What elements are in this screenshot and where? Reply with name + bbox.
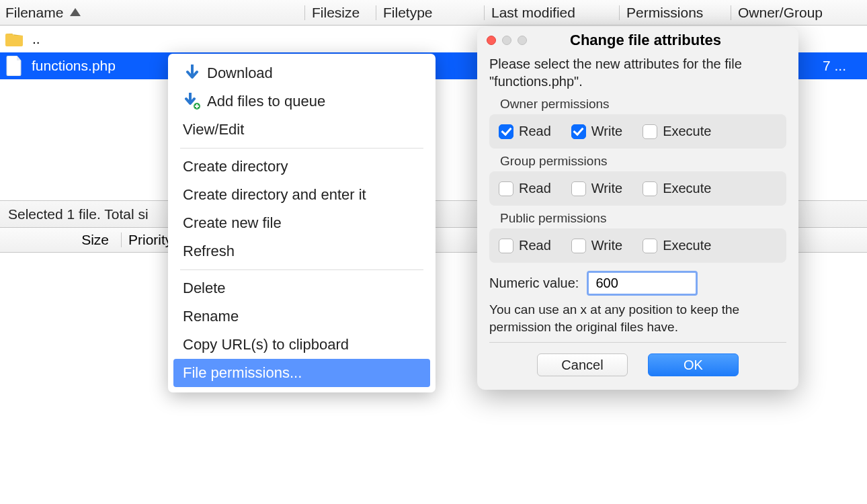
checkbox-label: Read	[519, 181, 551, 196]
menu-delete-label: Delete	[183, 280, 226, 297]
menu-create-dir-enter-label: Create directory and enter it	[183, 186, 366, 204]
checkbox-icon	[499, 239, 513, 253]
checkbox-label: Write	[591, 181, 622, 196]
col-permissions-label: Permissions	[626, 5, 703, 21]
public-permissions-label: Public permissions	[500, 211, 786, 226]
context-menu: Download Add files to queue View/Edit Cr…	[168, 54, 436, 392]
download-arrow-icon	[183, 65, 202, 82]
checkbox-label: Execute	[663, 181, 711, 196]
menu-delete[interactable]: Delete	[173, 274, 430, 302]
checkbox-icon	[571, 124, 586, 139]
menu-view-edit-label: View/Edit	[183, 121, 244, 138]
col-ownergroup-label: Owner/Group	[738, 5, 823, 21]
col-lastmodified-label: Last modified	[491, 5, 575, 21]
numeric-value-input[interactable]	[587, 271, 698, 296]
col-filesize-label: Filesize	[312, 5, 360, 21]
dialog-separator	[489, 342, 786, 343]
menu-refresh-label: Refresh	[183, 243, 235, 260]
col-sep	[619, 5, 620, 20]
checkbox-label: Execute	[663, 124, 711, 139]
file-attributes-dialog: Change file attributes Please select the…	[477, 27, 798, 390]
numeric-value-label: Numeric value:	[489, 276, 579, 291]
group-permissions-group: Read Write Execute	[489, 171, 786, 206]
owner-read-checkbox[interactable]: Read	[499, 124, 551, 139]
public-permissions-group: Read Write Execute	[489, 228, 786, 263]
group-execute-checkbox[interactable]: Execute	[643, 181, 711, 196]
checkbox-icon	[643, 239, 657, 253]
group-read-checkbox[interactable]: Read	[499, 181, 551, 196]
checkbox-icon	[499, 181, 513, 196]
menu-refresh[interactable]: Refresh	[173, 237, 430, 265]
public-write-checkbox[interactable]: Write	[571, 238, 622, 253]
col-sep	[731, 5, 731, 20]
file-icon	[6, 56, 22, 76]
folder-icon	[5, 31, 24, 47]
download-plus-icon	[183, 93, 202, 110]
col-filesize[interactable]: Filesize	[312, 5, 369, 21]
menu-download[interactable]: Download	[173, 59, 430, 87]
checkbox-icon	[499, 124, 513, 139]
col-ownergroup[interactable]: Owner/Group	[738, 5, 867, 21]
menu-create-dir[interactable]: Create directory	[173, 153, 430, 181]
file-list-header: Filename Filesize Filetype Last modified…	[0, 0, 867, 26]
checkbox-icon	[571, 181, 586, 196]
svg-marker-0	[70, 8, 81, 16]
file-row-name: functions.php	[32, 58, 116, 74]
col-filetype-label: Filetype	[383, 5, 433, 21]
menu-rename-label: Rename	[183, 308, 239, 325]
col-queue-priority-label: Priority	[128, 232, 172, 247]
menu-copy-url-label: Copy URL(s) to clipboard	[183, 336, 349, 353]
col-sep	[121, 233, 122, 247]
menu-create-dir-label: Create directory	[183, 158, 288, 175]
group-write-checkbox[interactable]: Write	[571, 181, 622, 196]
col-filename[interactable]: Filename	[5, 5, 298, 21]
cancel-button[interactable]: Cancel	[537, 353, 628, 376]
ok-button-label: OK	[684, 358, 703, 373]
checkbox-label: Execute	[663, 238, 711, 253]
menu-add-queue-label: Add files to queue	[207, 93, 325, 110]
checkbox-icon	[643, 124, 657, 139]
cancel-button-label: Cancel	[561, 358, 603, 373]
col-filetype[interactable]: Filetype	[383, 5, 477, 21]
menu-rename[interactable]: Rename	[173, 302, 430, 331]
col-sep	[484, 5, 485, 20]
parent-dir-label: ..	[32, 31, 40, 47]
public-execute-checkbox[interactable]: Execute	[643, 238, 711, 253]
menu-file-permissions[interactable]: File permissions...	[173, 359, 430, 387]
col-permissions[interactable]: Permissions	[626, 5, 724, 21]
checkbox-label: Write	[591, 124, 622, 139]
checkbox-label: Write	[591, 238, 622, 253]
col-lastmodified[interactable]: Last modified	[491, 5, 612, 21]
sort-asc-icon	[70, 7, 81, 19]
menu-create-file-label: Create new file	[183, 214, 282, 232]
checkbox-label: Read	[519, 124, 551, 139]
dialog-titlebar: Change file attributes	[477, 27, 798, 54]
col-queue-priority[interactable]: Priority	[128, 232, 172, 248]
owner-write-checkbox[interactable]: Write	[571, 124, 622, 139]
owner-execute-checkbox[interactable]: Execute	[643, 124, 711, 139]
col-sep	[304, 5, 305, 20]
menu-add-queue[interactable]: Add files to queue	[173, 87, 430, 116]
owner-permissions-label: Owner permissions	[500, 97, 786, 112]
menu-sep	[180, 269, 423, 270]
menu-sep	[180, 148, 423, 149]
checkbox-icon	[643, 181, 657, 196]
ok-button[interactable]: OK	[648, 353, 739, 376]
col-filename-label: Filename	[5, 5, 63, 21]
file-row-owner: 7 ...	[823, 58, 866, 74]
dialog-lead-text: Please select the new attributes for the…	[489, 55, 786, 90]
col-sep	[376, 5, 376, 20]
menu-download-label: Download	[207, 65, 273, 82]
menu-create-dir-enter[interactable]: Create directory and enter it	[173, 181, 430, 209]
menu-copy-url[interactable]: Copy URL(s) to clipboard	[173, 331, 430, 359]
owner-permissions-group: Read Write Execute	[489, 114, 786, 149]
dialog-note: You can use an x at any position to keep…	[489, 301, 786, 335]
checkbox-label: Read	[519, 238, 551, 253]
col-queue-size[interactable]: Size	[7, 232, 114, 248]
public-read-checkbox[interactable]: Read	[499, 238, 551, 253]
close-icon[interactable]	[487, 36, 496, 45]
dialog-title: Change file attributes	[502, 32, 789, 49]
menu-create-file[interactable]: Create new file	[173, 209, 430, 237]
checkbox-icon	[571, 239, 586, 253]
menu-view-edit[interactable]: View/Edit	[173, 116, 430, 144]
